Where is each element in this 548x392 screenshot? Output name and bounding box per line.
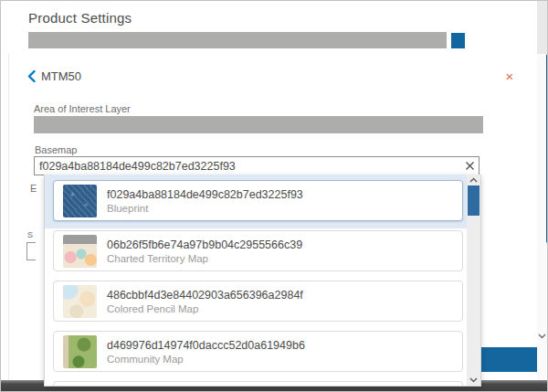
basemap-thumbnail (63, 185, 97, 217)
basemap-dropdown-list: f029a4ba88184de499c82b7ed3225f93 Bluepri… (44, 175, 481, 387)
dropdown-scrollbar[interactable] (467, 175, 480, 386)
product-settings-window: Product Settings MTM50 × Area of Interes… (0, 0, 548, 392)
basemap-option-texts: f029a4ba88184de499c82b7ed3225f93 Bluepri… (107, 187, 303, 215)
chevron-down-icon (469, 377, 478, 383)
dropdown-scroll-down-arrow[interactable] (467, 375, 480, 386)
basemap-option-id: 06b26f5fb6e74a97b9b04c2955566c39 (107, 238, 302, 252)
basemap-option-name: Blueprint (107, 202, 303, 215)
scrollbar-track[interactable] (537, 1, 547, 54)
redacted-toolbar-bar (28, 32, 447, 48)
basemap-label: Basemap (35, 144, 77, 155)
page-title: Product Settings (28, 10, 132, 26)
dropdown-scrollbar-thumb[interactable] (468, 185, 480, 216)
basemap-option[interactable]: 486cbbf4d3e84402903a656396a2984f Colored… (53, 281, 463, 322)
clear-input-icon[interactable] (460, 157, 479, 175)
basemap-option[interactable]: 06b26f5fb6e74a97b9b04c2955566c39 Charted… (53, 230, 463, 271)
clipped-checkbox[interactable] (26, 242, 36, 260)
basemap-thumbnail (63, 235, 97, 268)
basemap-option-partial[interactable] (53, 381, 463, 387)
window-scrollbar[interactable] (537, 1, 547, 380)
dropdown-scroll-up-arrow[interactable] (467, 175, 480, 185)
basemap-input-value: f029a4ba88184de499c82b7ed3225f93 (35, 160, 460, 173)
basemap-option-texts: 06b26f5fb6e74a97b9b04c2955566c39 Charted… (107, 238, 302, 265)
basemap-option[interactable]: d469976d14974f0daccc52d0a61949b6 Communi… (53, 331, 463, 372)
basemap-input[interactable]: f029a4ba88184de499c82b7ed3225f93 (34, 156, 480, 175)
basemap-option-texts: 486cbbf4d3e84402903a656396a2984f Colored… (107, 288, 303, 315)
clipped-field-label-e: E (30, 183, 37, 194)
basemap-option-id: d469976d14974f0daccc52d0a61949b6 (107, 338, 305, 353)
toolbar-accent-square (451, 33, 465, 48)
close-icon[interactable]: × (502, 69, 517, 84)
scrollbar-down-arrow[interactable] (537, 330, 547, 343)
aoi-label: Area of Interest Layer (34, 103, 131, 114)
panel-left-divider (8, 54, 9, 380)
basemap-option[interactable]: f029a4ba88184de499c82b7ed3225f93 Bluepri… (53, 180, 463, 221)
chevron-left-icon (27, 70, 36, 82)
back-nav[interactable]: MTM50 (27, 69, 81, 83)
basemap-thumbnail (63, 335, 97, 368)
aoi-input-redacted[interactable] (34, 116, 483, 133)
basemap-option-name: Colored Pencil Map (107, 302, 303, 315)
basemap-option-name: Community Map (107, 353, 305, 366)
basemap-option-id: 486cbbf4d3e84402903a656396a2984f (107, 288, 303, 302)
clipped-field-label-s: S (27, 230, 33, 239)
primary-action-button[interactable] (478, 347, 541, 372)
chevron-up-icon (469, 177, 478, 183)
basemap-option-texts: d469976d14974f0daccc52d0a61949b6 Communi… (107, 338, 305, 366)
x-icon (465, 161, 475, 171)
basemap-option-id: f029a4ba88184de499c82b7ed3225f93 (107, 187, 303, 202)
chevron-down-icon (538, 334, 546, 339)
back-nav-label: MTM50 (41, 69, 81, 83)
basemap-thumbnail (63, 285, 97, 318)
basemap-option-name: Charted Territory Map (107, 252, 302, 265)
